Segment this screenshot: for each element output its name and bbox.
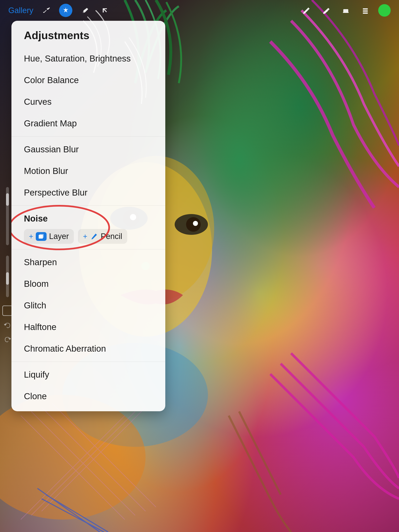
noise-header: Noise: [12, 208, 165, 226]
noise-section: Noise + Layer + Pencil: [12, 208, 165, 247]
top-toolbar: Gallery: [0, 0, 399, 21]
plus-icon-2: +: [83, 232, 87, 241]
menu-item-liquify[interactable]: Liquify: [12, 364, 165, 386]
plus-icon: +: [29, 232, 33, 241]
panel-title: Adjustments: [12, 21, 165, 48]
svg-rect-21: [343, 9, 348, 13]
adjustments-panel: Adjustments Hue, Saturation, Brightness …: [12, 21, 165, 411]
brush-size-slider[interactable]: [6, 187, 9, 245]
layer-label: Layer: [49, 232, 69, 241]
menu-item-color-balance[interactable]: Color Balance: [12, 70, 165, 91]
noise-pencil-button[interactable]: + Pencil: [78, 229, 127, 244]
menu-item-halftone[interactable]: Halftone: [12, 316, 165, 338]
slider-thumb[interactable]: [6, 193, 9, 206]
menu-item-hue[interactable]: Hue, Saturation, Brightness: [12, 48, 165, 70]
divider-4: [12, 361, 165, 362]
color-picker[interactable]: [378, 4, 391, 17]
noise-controls: + Layer + Pencil: [12, 226, 165, 247]
brush-icon[interactable]: [300, 4, 313, 17]
menu-item-clone[interactable]: Clone: [12, 386, 165, 407]
layers-icon[interactable]: [359, 4, 372, 17]
toolbar-right: [300, 4, 391, 17]
menu-item-chromatic-aberration[interactable]: Chromatic Aberration: [12, 338, 165, 360]
eraser-icon[interactable]: [339, 4, 352, 17]
magic-icon[interactable]: [59, 4, 72, 17]
menu-item-sharpen[interactable]: Sharpen: [12, 252, 165, 273]
svg-rect-25: [363, 13, 368, 14]
pencil-label: Pencil: [101, 232, 122, 241]
divider-1: [12, 136, 165, 137]
menu-item-gradient-map[interactable]: Gradient Map: [12, 113, 165, 134]
menu-item-perspective-blur[interactable]: Perspective Blur: [12, 182, 165, 203]
arrow-icon[interactable]: [98, 4, 111, 17]
menu-item-motion-blur[interactable]: Motion Blur: [12, 160, 165, 182]
svg-rect-22: [343, 12, 349, 13]
slider-thumb-2[interactable]: [6, 272, 9, 285]
pencil-icon: [90, 232, 98, 241]
layer-box-icon: [36, 232, 47, 241]
divider-3: [12, 249, 165, 249]
gallery-button[interactable]: Gallery: [8, 6, 33, 15]
menu-item-gaussian-blur[interactable]: Gaussian Blur: [12, 139, 165, 160]
noise-layer-button[interactable]: + Layer: [24, 229, 74, 244]
svg-rect-23: [363, 8, 368, 10]
toolbar-left: Gallery: [8, 4, 111, 17]
svg-rect-28: [39, 234, 44, 238]
menu-item-bloom[interactable]: Bloom: [12, 273, 165, 295]
pen-icon[interactable]: [79, 4, 92, 17]
wrench-icon[interactable]: [39, 4, 53, 17]
svg-rect-24: [363, 10, 368, 12]
menu-item-curves[interactable]: Curves: [12, 91, 165, 113]
smudge-icon[interactable]: [320, 4, 333, 17]
menu-item-glitch[interactable]: Glitch: [12, 295, 165, 316]
opacity-slider[interactable]: [6, 256, 9, 297]
layer-thumbnail[interactable]: [2, 305, 13, 316]
svg-point-7: [193, 221, 198, 226]
